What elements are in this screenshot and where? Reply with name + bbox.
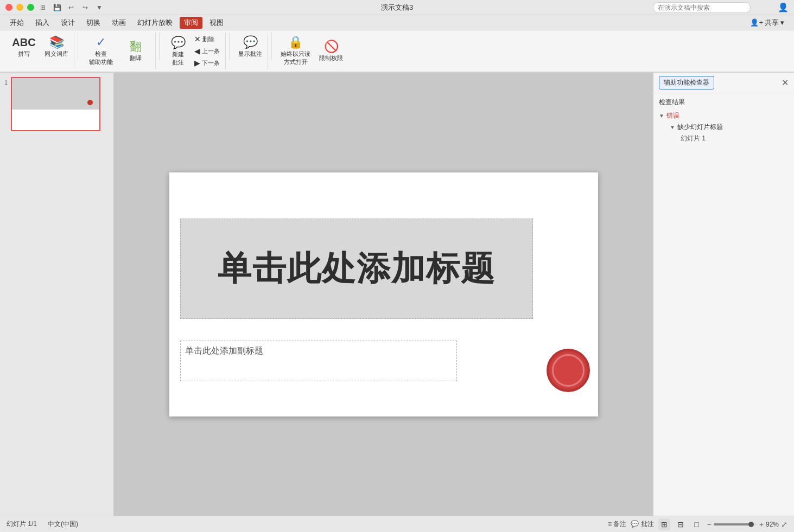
more-icon[interactable]: ▼ <box>94 3 104 12</box>
reading-view-button[interactable]: □ <box>691 518 703 530</box>
main-area: 1 单击此处添加标题 单击此处添加副标题 <box>0 73 794 516</box>
translate-button[interactable]: 翻 翻译 <box>119 38 152 63</box>
slide-1-container[interactable]: 1 <box>4 77 109 131</box>
delete-comment-button[interactable]: ✕ 删除 <box>192 34 222 44</box>
menu-donghua[interactable]: 动画 <box>107 17 130 29</box>
prev-comment-button[interactable]: ◀ 上一条 <box>192 46 222 56</box>
statusbar: 幻灯片 1/1 中文(中国) ≡ 备注 💬 批注 ⊞ ⊟ □ − + 92% ⤢ <box>0 516 794 532</box>
undo-icon[interactable]: ↩ <box>66 3 76 12</box>
share-icon: 👤+ <box>750 18 763 27</box>
ribbon-group-spell: ABC 拼写 📚 同义词库 <box>4 33 74 69</box>
normal-view-button[interactable]: ⊞ <box>658 518 670 530</box>
comments-icon: 💬 <box>631 520 639 528</box>
menu-kaishi[interactable]: 开始 <box>5 17 28 29</box>
menu-qiehuan[interactable]: 切换 <box>82 17 105 29</box>
slide-canvas[interactable]: 单击此处添加标题 单击此处添加副标题 <box>169 172 598 416</box>
slide-title-box[interactable]: 单击此处添加标题 <box>180 219 533 319</box>
panel-header: 辅助功能检查器 ✕ <box>653 73 794 93</box>
thesaurus-button[interactable]: 📚 同义词库 <box>42 34 71 59</box>
thumb-subtitle <box>12 110 99 114</box>
grid-view-button[interactable]: ⊟ <box>675 518 687 530</box>
new-comment-label: 新建批注 <box>172 50 184 67</box>
maximize-button[interactable] <box>27 4 34 11</box>
new-comment-button[interactable]: 💬 新建批注 <box>166 34 190 68</box>
traffic-lights <box>5 4 34 11</box>
minimize-button[interactable] <box>16 4 23 11</box>
panel-close-button[interactable]: ✕ <box>782 78 789 88</box>
menu-sheji[interactable]: 设计 <box>56 17 79 29</box>
comments-label[interactable]: 💬 批注 <box>631 520 653 529</box>
prev-icon: ◀ <box>194 47 200 55</box>
menu-charu[interactable]: 插入 <box>31 17 54 29</box>
readonly-button[interactable]: 🔒 始终以只读方式打开 <box>278 34 313 67</box>
spell-check-button[interactable]: ABC 拼写 <box>8 34 40 59</box>
thesaurus-icon: 📚 <box>49 35 64 50</box>
close-button[interactable] <box>5 4 12 11</box>
search-input[interactable] <box>653 2 751 13</box>
show-comments-label: 显示批注 <box>238 50 262 58</box>
zoom-fit-button[interactable]: ⤢ <box>781 520 787 529</box>
tree-slide-list: 幻灯片 1 <box>670 133 789 144</box>
share-chevron: ▾ <box>780 18 784 27</box>
zoom-in-button[interactable]: + <box>759 520 764 529</box>
zoom-handle[interactable] <box>748 522 754 527</box>
prev-label: 上一条 <box>202 47 220 55</box>
comments-text: 批注 <box>641 520 654 528</box>
zoom-slider[interactable] <box>714 523 757 525</box>
new-comment-icon: 💬 <box>170 35 186 50</box>
slide-stamp <box>547 349 590 392</box>
slide-title-text: 单击此处添加标题 <box>218 246 496 291</box>
titlebar: ⊞ 💾 ↩ ↪ ▼ 演示文稿3 👤 <box>0 0 794 15</box>
user-icon[interactable]: 👤 <box>778 2 789 12</box>
abc-icon: ABC <box>16 35 31 50</box>
ribbon-group-show-comments: 💬 显示批注 <box>233 33 268 69</box>
accessibility-panel: 辅助功能检查器 ✕ 检查结果 ▼ 错误 ▼ 缺少幻灯片标题 幻灯片 1 <box>653 73 794 516</box>
thumb-title-area <box>12 78 99 110</box>
language-info: 中文(中国) <box>48 520 78 529</box>
slide-panel: 1 <box>0 73 114 516</box>
restrict-label: 限制权限 <box>319 54 343 62</box>
next-label: 下一条 <box>202 59 220 67</box>
status-left: 幻灯片 1/1 中文(中国) <box>7 520 78 529</box>
ribbon-group-comments: 💬 新建批注 ✕ 删除 ◀ 上一条 ▶ 下一条 <box>163 33 226 69</box>
thumb-stamp <box>87 100 93 105</box>
missing-title-label: 缺少幻灯片标题 <box>677 123 723 132</box>
sep2 <box>159 33 160 60</box>
zoom-fill <box>714 523 751 525</box>
next-icon: ▶ <box>194 59 200 67</box>
menu-shitu[interactable]: 视图 <box>205 17 228 29</box>
tree-slide-1[interactable]: 幻灯片 1 <box>681 133 789 144</box>
share-button[interactable]: 👤+ 共享 ▾ <box>746 16 789 29</box>
zoom-out-button[interactable]: − <box>707 520 712 529</box>
delete-label: 删除 <box>202 35 214 43</box>
slide-subtitle-text: 单击此处添加副标题 <box>185 345 263 357</box>
translate-icon: 翻 <box>128 39 143 54</box>
search-bar <box>653 2 751 13</box>
slide-1-thumb[interactable] <box>11 77 100 131</box>
menu-fangying[interactable]: 幻灯片放映 <box>133 17 177 29</box>
panel-title-button[interactable]: 辅助功能检查器 <box>659 76 714 89</box>
save-icon[interactable]: 💾 <box>52 3 62 12</box>
sidebar-toggle-icon[interactable]: ⊞ <box>38 3 48 12</box>
zoom-percent: 92% <box>766 521 779 528</box>
notes-icon: ≡ <box>608 520 612 528</box>
missing-title-arrow: ▼ <box>670 124 675 130</box>
restrict-button[interactable]: 🚫 限制权限 <box>315 38 347 63</box>
spell-label: 拼写 <box>18 50 30 58</box>
readonly-label: 始终以只读方式打开 <box>281 50 310 66</box>
tree-missing-title[interactable]: ▼ 缺少幻灯片标题 <box>670 121 789 133</box>
sep1 <box>78 33 78 60</box>
restrict-icon: 🚫 <box>323 39 339 54</box>
check-accessibility-button[interactable]: ✓ 检查辅助功能 <box>85 34 117 67</box>
slide-subtitle-box[interactable]: 单击此处添加副标题 <box>180 341 457 381</box>
sep4 <box>271 33 272 60</box>
slide-info: 幻灯片 1/1 <box>7 520 37 529</box>
menu-shenyue[interactable]: 审阅 <box>180 17 202 29</box>
notes-label[interactable]: ≡ 备注 <box>608 520 626 529</box>
next-comment-button[interactable]: ▶ 下一条 <box>192 57 222 68</box>
menubar: 开始 插入 设计 切换 动画 幻灯片放映 审阅 视图 👤+ 共享 ▾ <box>0 15 794 30</box>
show-comments-button[interactable]: 💬 显示批注 <box>236 34 264 59</box>
error-arrow: ▼ <box>659 113 664 119</box>
redo-icon[interactable]: ↪ <box>80 3 90 12</box>
tree-error-item[interactable]: ▼ 错误 <box>659 110 789 121</box>
